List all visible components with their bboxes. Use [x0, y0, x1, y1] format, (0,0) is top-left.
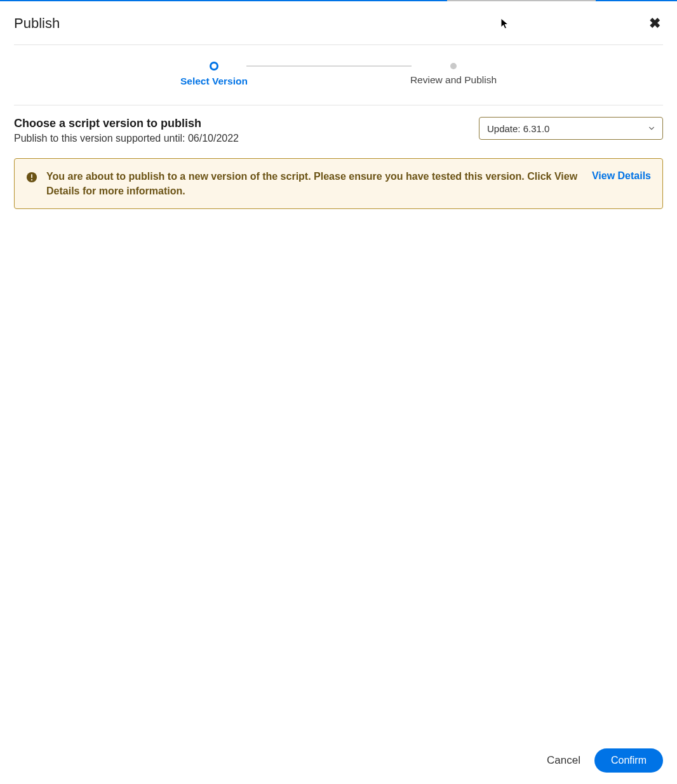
- step-connector: [246, 65, 412, 67]
- version-heading: Choose a script version to publish: [14, 117, 466, 130]
- version-selection-row: Choose a script version to publish Publi…: [14, 105, 663, 158]
- close-button[interactable]: ✖: [647, 14, 663, 33]
- close-icon: ✖: [649, 15, 660, 31]
- svg-point-2: [31, 179, 32, 180]
- version-select-value: Update: 6.31.0: [487, 123, 549, 134]
- step-dot-icon: [450, 63, 457, 69]
- publish-dialog: Publish ✖ Select Version Review and Publ…: [0, 1, 677, 784]
- dialog-title: Publish: [14, 15, 60, 32]
- dialog-header: Publish ✖: [14, 1, 663, 45]
- warning-icon: [26, 172, 37, 183]
- chevron-down-icon: [648, 125, 655, 132]
- svg-rect-1: [31, 174, 32, 178]
- step-label: Select Version: [180, 76, 248, 87]
- cancel-button[interactable]: Cancel: [547, 754, 580, 767]
- confirm-button[interactable]: Confirm: [594, 748, 663, 773]
- view-details-link[interactable]: View Details: [592, 170, 651, 182]
- step-dot-icon: [210, 62, 218, 71]
- step-label: Review and Publish: [410, 74, 497, 86]
- warning-banner: You are about to publish to a new versio…: [14, 158, 663, 209]
- version-supported-until: Publish to this version supported until:…: [14, 133, 466, 144]
- wizard-stepper: Select Version Review and Publish: [14, 45, 663, 105]
- step-review-publish[interactable]: Review and Publish: [410, 62, 497, 86]
- warning-message: You are about to publish to a new versio…: [46, 169, 583, 198]
- dialog-footer: Cancel Confirm: [14, 737, 663, 784]
- version-select[interactable]: Update: 6.31.0: [479, 117, 663, 140]
- step-select-version[interactable]: Select Version: [180, 62, 248, 87]
